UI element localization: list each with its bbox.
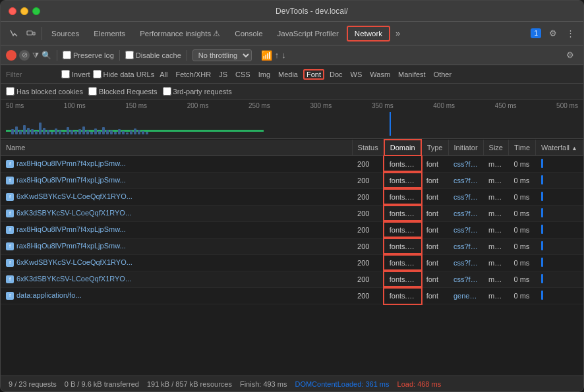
tab-js-profiler[interactable]: JavaScript Profiler [271, 27, 345, 40]
waterfall-bar [541, 192, 543, 201]
hide-data-urls-checkbox[interactable]: Hide data URLs [93, 70, 155, 78]
cell-waterfall [536, 254, 583, 271]
cell-time: 0 ms [508, 221, 535, 238]
table-row[interactable]: f6xKwdSBYKcSV-LCoeQqfX1RYO...200fonts.gs… [1, 254, 583, 271]
tab-more-icon[interactable]: » [392, 26, 404, 41]
cell-initiator[interactable]: css?family=Sourc... [448, 254, 483, 271]
col-name[interactable]: Name [1, 140, 352, 155]
has-blocked-checkbox[interactable]: Has blocked cookies [6, 87, 83, 96]
table-row[interactable]: fdata:application/fo...200fonts.gstatic.… [1, 287, 583, 304]
tab-console[interactable]: Console [228, 27, 269, 40]
col-initiator[interactable]: Initiator [448, 140, 483, 155]
device-toggle-icon[interactable] [23, 26, 39, 42]
status-resources: 191 kB / 857 kB resources [147, 380, 232, 388]
preserve-log-checkbox[interactable]: Preserve log [63, 51, 114, 59]
cell-initiator[interactable]: css?family=Sourc... [448, 205, 483, 221]
cell-initiator[interactable]: css?family=Sourc... [448, 155, 483, 172]
filter-media[interactable]: Media [276, 70, 301, 79]
cell-type: font [421, 155, 448, 172]
filter-css[interactable]: CSS [233, 70, 253, 79]
close-button[interactable] [9, 7, 16, 15]
timeline-mini-bars [11, 119, 148, 134]
filter-fetch-xhr[interactable]: Fetch/XHR [173, 70, 214, 79]
table-row[interactable]: frax8HiqOu8lVPmn7f4xpLjpSmw...200fonts.g… [1, 238, 583, 254]
filter-input[interactable] [6, 70, 59, 78]
col-waterfall[interactable]: Waterfall ▲ [536, 140, 583, 155]
table-row[interactable]: f6xK3dSBYKcSV-LCoeQqfX1RYO...200fonts.gs… [1, 205, 583, 221]
ruler-250: 250 ms [248, 102, 270, 109]
table-row[interactable]: f6xK3dSBYKcSV-LCoeQqfX1RYO...200fonts.gs… [1, 271, 583, 287]
cell-initiator[interactable]: css?family=Sourc... [448, 188, 483, 205]
tab-elements[interactable]: Elements [87, 27, 132, 40]
table-row[interactable]: f6xKwdSBYKcSV-LCoeQqfX1RYO...200fonts.gs… [1, 188, 583, 205]
filter-manifest[interactable]: Manifest [395, 70, 428, 79]
blocked-requests-checkbox[interactable]: Blocked Requests [88, 87, 158, 96]
settings-gear-icon[interactable]: ⚙ [545, 26, 561, 42]
cell-size: memory ... [483, 271, 508, 287]
settings-right-icon[interactable]: ⚙ [562, 47, 578, 63]
col-size[interactable]: Size [483, 140, 508, 155]
cell-time: 0 ms [508, 155, 535, 172]
tab-sources[interactable]: Sources [45, 27, 86, 40]
filter-font[interactable]: Font [303, 69, 324, 80]
cell-status: 200 [352, 172, 384, 188]
file-type-icon: f [6, 160, 14, 168]
status-load: Load: 468 ms [397, 380, 442, 388]
cell-size: memory ... [483, 254, 508, 271]
cell-type: font [421, 238, 448, 254]
col-domain[interactable]: Domain [384, 140, 421, 155]
cell-initiator[interactable]: css?family=Sourc... [448, 221, 483, 238]
col-type[interactable]: Type [421, 140, 448, 155]
cell-type: font [421, 205, 448, 221]
more-options-icon[interactable]: ⋮ [562, 26, 578, 42]
cell-domain: fonts.gstatic.com [384, 221, 421, 238]
separator [57, 50, 57, 61]
cell-type: font [421, 271, 448, 287]
waterfall-bar [541, 291, 543, 300]
maximize-button[interactable] [32, 7, 40, 15]
filter-ws[interactable]: WS [348, 70, 365, 79]
cell-time: 0 ms [508, 172, 535, 188]
waterfall-bar [541, 274, 543, 283]
tab-network[interactable]: Network [347, 26, 390, 42]
cell-status: 200 [352, 221, 384, 238]
table-row[interactable]: frax8HiqOu8lVPmn7f4xpLjpSmw...200fonts.g… [1, 172, 583, 188]
table-row[interactable]: frax8HiqOu8lVPmn7f4xpLjpSmw...200fonts.g… [1, 155, 583, 172]
disable-cache-checkbox[interactable]: Disable cache [125, 51, 181, 59]
cell-name: fdata:application/fo... [1, 287, 352, 304]
traffic-lights [9, 7, 40, 15]
throttle-select[interactable]: No throttling [192, 49, 252, 61]
invert-checkbox[interactable]: Invert [61, 70, 90, 78]
clear-button[interactable]: ⊘ [19, 50, 30, 61]
filter-wasm[interactable]: Wasm [367, 70, 393, 79]
cell-initiator[interactable]: css?family=Sourc... [448, 238, 483, 254]
filter-all[interactable]: All [157, 70, 170, 79]
record-button[interactable] [6, 50, 16, 61]
cell-size: memory ... [483, 155, 508, 172]
cell-domain: fonts.gstatic.com [384, 155, 421, 172]
file-type-icon: f [6, 177, 14, 184]
third-party-checkbox[interactable]: 3rd-party requests [163, 87, 232, 96]
filter-js[interactable]: JS [216, 70, 230, 79]
minimize-button[interactable] [20, 7, 28, 15]
upload-icon: ↑ [275, 50, 279, 60]
tab-performance[interactable]: Performance insights ⚠ [133, 26, 227, 41]
filter-other[interactable]: Other [431, 70, 455, 79]
cell-status: 200 [352, 287, 384, 304]
cell-initiator[interactable]: css?family=Sourc... [448, 271, 483, 287]
cell-type: font [421, 188, 448, 205]
table-row[interactable]: frax8HiqOu8lVPmn7f4xpLjpSmw...200fonts.g… [1, 221, 583, 238]
col-time[interactable]: Time [508, 140, 535, 155]
search-icon[interactable]: 🔍 [42, 51, 51, 60]
col-status[interactable]: Status [352, 140, 384, 155]
cell-initiator[interactable]: genericons.css?v... [448, 287, 483, 304]
cell-size: memory ... [483, 221, 508, 238]
cell-initiator[interactable]: css?family=Sourc... [448, 172, 483, 188]
file-type-icon: f [6, 193, 14, 201]
filter-icon[interactable]: ⧩ [32, 51, 39, 60]
inspect-icon[interactable] [6, 26, 22, 42]
filter-type-bar: Invert Hide data URLs All Fetch/XHR JS C… [61, 69, 578, 80]
cell-name: f6xKwdSBYKcSV-LCoeQqfX1RYO... [1, 254, 352, 271]
filter-img[interactable]: Img [256, 70, 273, 79]
filter-doc[interactable]: Doc [327, 70, 345, 79]
